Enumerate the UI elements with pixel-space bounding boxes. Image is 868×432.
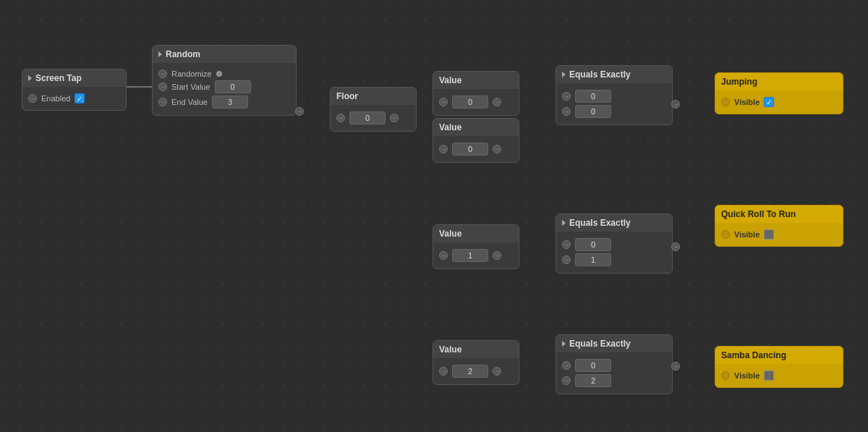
value2-input[interactable] xyxy=(452,143,488,156)
quick-roll-node: Quick Roll To Run → Visible xyxy=(715,205,843,247)
random-out-port: → xyxy=(295,107,304,116)
value2-title: Value xyxy=(439,122,461,132)
equals3-node: Equals Exactly → → xyxy=(556,334,673,394)
random-header: Random xyxy=(153,46,296,63)
quick-roll-visible-row: → Visible xyxy=(721,229,837,240)
equals2-in1[interactable]: → xyxy=(562,240,571,249)
jumping-visible-row: → Visible ✓ xyxy=(721,97,837,107)
start-port[interactable]: → xyxy=(158,82,167,91)
random-collapse-icon[interactable] xyxy=(158,51,162,57)
floor-value-row: → → xyxy=(336,111,410,124)
equals3-in1[interactable]: → xyxy=(562,361,571,370)
randomize-port[interactable]: → xyxy=(158,69,167,78)
jumping-visible-checkbox[interactable]: ✓ xyxy=(764,97,774,107)
equals2-in2[interactable]: → xyxy=(562,255,571,264)
equals1-val2[interactable] xyxy=(575,105,611,118)
quick-roll-title: Quick Roll To Run xyxy=(721,209,796,219)
value4-node: Value → → xyxy=(433,340,519,385)
equals1-collapse[interactable] xyxy=(562,72,566,77)
equals2-title: Equals Exactly xyxy=(569,218,631,228)
equals2-val1[interactable] xyxy=(575,238,611,251)
equals3-val1[interactable] xyxy=(575,359,611,372)
jumping-header: Jumping xyxy=(715,73,843,90)
enabled-checkbox[interactable]: ✓ xyxy=(75,93,85,103)
equals1-val1[interactable] xyxy=(575,90,611,103)
jumping-title: Jumping xyxy=(721,77,757,87)
start-value-input[interactable] xyxy=(215,80,251,93)
equals2-collapse[interactable] xyxy=(562,220,566,226)
end-value-input[interactable] xyxy=(212,96,248,109)
enabled-port[interactable]: → xyxy=(28,94,37,103)
jumping-visible-label: Visible xyxy=(734,98,760,106)
equals1-in1[interactable]: → xyxy=(562,92,571,101)
equals1-out-arrow[interactable]: → xyxy=(671,100,680,109)
start-value-row: → Start Value xyxy=(158,80,290,93)
equals1-title: Equals Exactly xyxy=(569,69,631,80)
value3-out[interactable]: → xyxy=(493,251,501,260)
value3-title: Value xyxy=(439,229,461,239)
quick-roll-visible-label: Visible xyxy=(734,230,760,239)
floor-in-port[interactable]: → xyxy=(336,114,345,122)
value2-node: Value → → xyxy=(433,118,519,163)
value3-input[interactable] xyxy=(452,249,488,262)
value1-input[interactable] xyxy=(452,96,488,109)
value3-node: Value → → xyxy=(433,224,519,269)
randomize-row: → Randomize xyxy=(158,69,290,78)
value2-row: → → xyxy=(439,143,513,156)
equals2-out: → xyxy=(671,242,680,251)
value2-in[interactable]: → xyxy=(439,145,448,153)
equals2-row2: → xyxy=(562,253,666,266)
equals1-in2[interactable]: → xyxy=(562,107,571,116)
end-port[interactable]: → xyxy=(158,98,167,106)
value1-row: → → xyxy=(439,96,513,109)
floor-title: Floor xyxy=(336,91,358,101)
value2-header: Value xyxy=(433,119,519,136)
value1-title: Value xyxy=(439,75,461,85)
samba-visible-checkbox[interactable] xyxy=(764,370,774,381)
end-label: End Value xyxy=(171,98,208,106)
equals2-val2[interactable] xyxy=(575,253,611,266)
equals1-node: Equals Exactly → → xyxy=(556,65,673,125)
equals3-header: Equals Exactly xyxy=(556,335,672,352)
value4-out[interactable]: → xyxy=(493,367,501,376)
randomize-label: Randomize xyxy=(171,69,212,78)
value2-out[interactable]: → xyxy=(493,145,501,153)
collapse-icon[interactable] xyxy=(28,75,32,81)
equals3-title: Equals Exactly xyxy=(569,339,631,349)
value1-node: Value → → xyxy=(433,71,519,116)
floor-header: Floor xyxy=(331,88,416,105)
floor-out-port[interactable]: → xyxy=(390,114,399,122)
equals1-out: → xyxy=(671,100,680,109)
value4-input[interactable] xyxy=(452,365,488,378)
random-node: Random → Randomize → Start Value → End V… xyxy=(152,45,297,116)
randomize-dot xyxy=(216,71,222,77)
equals3-val2[interactable] xyxy=(575,374,611,387)
random-out-arrow[interactable]: → xyxy=(295,107,304,116)
enabled-row: → Enabled ✓ xyxy=(28,93,120,103)
value4-header: Value xyxy=(433,341,519,358)
screen-tap-node: Screen Tap → Enabled ✓ xyxy=(22,69,127,111)
value1-in[interactable]: → xyxy=(439,98,448,106)
floor-value-input[interactable] xyxy=(349,111,386,124)
floor-node: Floor → → xyxy=(330,87,417,132)
equals3-collapse[interactable] xyxy=(562,341,566,347)
samba-header: Samba Dancing xyxy=(715,347,843,364)
samba-in-port[interactable]: → xyxy=(721,371,730,380)
value3-row: → → xyxy=(439,249,513,262)
samba-visible-label: Visible xyxy=(734,371,760,380)
quick-roll-visible-checkbox[interactable] xyxy=(764,229,774,240)
value3-header: Value xyxy=(433,225,519,242)
screen-tap-title: Screen Tap xyxy=(35,73,82,83)
jumping-in-port[interactable]: → xyxy=(721,98,730,106)
value3-in[interactable]: → xyxy=(439,251,448,260)
equals1-row1: → xyxy=(562,90,666,103)
equals3-out: → xyxy=(671,362,680,370)
equals2-out-arrow[interactable]: → xyxy=(671,242,680,251)
end-value-row: → End Value xyxy=(158,96,290,109)
quick-roll-in-port[interactable]: → xyxy=(721,230,730,239)
value4-in[interactable]: → xyxy=(439,367,448,376)
equals3-in2[interactable]: → xyxy=(562,376,571,385)
equals3-out-arrow[interactable]: → xyxy=(671,362,680,370)
value1-out[interactable]: → xyxy=(493,98,501,106)
value4-title: Value xyxy=(439,344,461,355)
